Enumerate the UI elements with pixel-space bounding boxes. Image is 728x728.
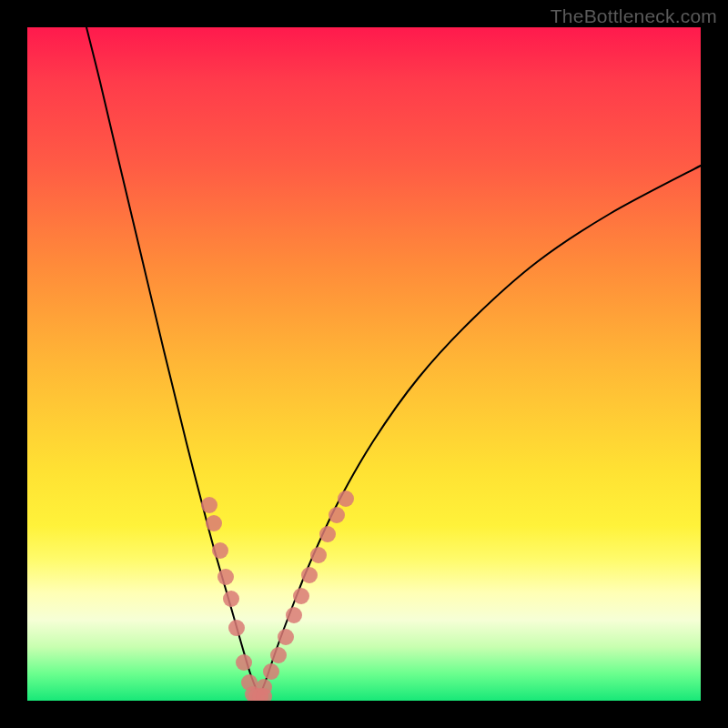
data-points	[201, 490, 354, 701]
data-point	[263, 663, 279, 680]
data-point	[278, 629, 294, 645]
data-point	[217, 569, 234, 585]
data-point	[201, 497, 217, 513]
data-point	[293, 588, 309, 604]
plot-area	[27, 27, 701, 701]
data-point	[286, 607, 302, 623]
data-point	[338, 490, 354, 507]
data-point	[223, 591, 239, 607]
watermark-label: TheBottleneck.com	[551, 5, 717, 27]
chart-frame: TheBottleneck.com	[0, 0, 728, 728]
data-point	[212, 542, 228, 559]
right-curve	[259, 166, 701, 697]
data-point	[206, 515, 222, 531]
data-point	[270, 647, 287, 663]
data-point	[236, 654, 252, 671]
chart-svg	[27, 27, 701, 701]
data-point	[319, 526, 336, 542]
data-point	[310, 547, 327, 563]
data-point	[228, 620, 245, 636]
data-point	[329, 507, 345, 523]
data-point	[301, 567, 318, 583]
